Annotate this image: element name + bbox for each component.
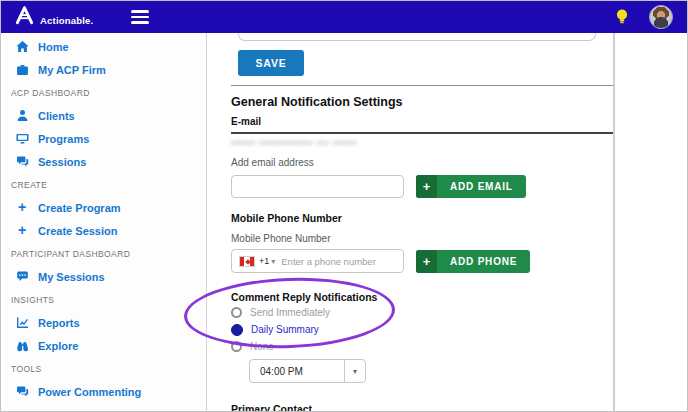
binoculars-icon [15, 339, 29, 352]
sidebar-item-label: Sessions [38, 156, 86, 168]
sidebar-item-label: My ACP Firm [38, 64, 106, 76]
app-window: Actionable. Home My ACP Firm ACP DASHBOA… [0, 0, 688, 412]
sidebar-item-home[interactable]: Home [1, 35, 206, 58]
menu-icon[interactable] [131, 10, 149, 24]
sidebar-item-power-commenting[interactable]: Power Commenting [1, 380, 206, 403]
home-icon [15, 40, 29, 53]
email-input[interactable] [231, 175, 404, 198]
plus-icon: + [15, 201, 29, 214]
phone-input-label: Mobile Phone Number [231, 233, 613, 244]
radio-option-none[interactable]: None [231, 339, 613, 354]
radio-icon[interactable] [231, 341, 242, 352]
sidebar-nav: Home My ACP Firm ACP DASHBOARD Clients P… [1, 33, 207, 411]
user-avatar[interactable] [649, 5, 673, 29]
chat-bubbles-icon [15, 155, 29, 168]
masked-email-row: •••••• ••••••••••••• ••• •••••• [231, 138, 613, 148]
chevron-down-icon[interactable]: ▾ [271, 257, 275, 266]
sidebar-item-label: Explore [38, 340, 78, 352]
sidebar-item-label: Reports [38, 317, 80, 329]
add-phone-button[interactable]: + ADD PHONE [416, 250, 530, 273]
sidebar-item-reports[interactable]: Reports [1, 311, 206, 334]
radio-option-send-immediately[interactable]: Send Immediately [231, 305, 613, 320]
plus-icon: + [416, 250, 437, 273]
sidebar-item-label: Power Commenting [38, 386, 141, 398]
header-actions [614, 5, 687, 29]
radio-selected-icon[interactable] [231, 324, 243, 336]
actionable-logo-icon [15, 4, 34, 26]
radio-option-daily-summary[interactable]: Daily Summary [231, 322, 613, 337]
sidebar-item-label: Home [38, 41, 69, 53]
primary-contact-heading: Primary Contact [231, 403, 613, 411]
sidebar-section-participant-dashboard: PARTICIPANT DASHBOARD [1, 242, 206, 265]
plus-icon: + [15, 224, 29, 237]
selected-time: 04:00 PM [250, 366, 344, 377]
top-navbar: Actionable. [1, 1, 687, 33]
divider [231, 85, 613, 86]
brand-logo[interactable]: Actionable. [15, 4, 93, 30]
chevron-down-icon[interactable]: ▾ [344, 360, 365, 382]
sidebar-item-sessions[interactable]: Sessions [1, 150, 206, 173]
sidebar-item-programs[interactable]: Programs [1, 127, 206, 150]
sidebar-section-acp-dashboard: ACP DASHBOARD [1, 81, 206, 104]
plus-icon: + [416, 175, 437, 198]
sidebar-item-clients[interactable]: Clients [1, 104, 206, 127]
chat-bubbles-icon [15, 385, 29, 398]
sidebar-item-label: My Sessions [38, 271, 105, 283]
country-code: +1 [259, 256, 269, 266]
sidebar-item-explore[interactable]: Explore [1, 334, 206, 357]
monitor-icon [15, 132, 29, 145]
page-title: General Notification Settings [231, 95, 613, 109]
sidebar-item-my-sessions[interactable]: My Sessions [1, 265, 206, 288]
briefcase-icon [15, 63, 29, 76]
add-email-button[interactable]: + ADD EMAIL [416, 175, 526, 198]
brand-name: Actionable. [40, 15, 93, 26]
sidebar-item-label: Clients [38, 110, 75, 122]
sidebar-item-label: Create Program [38, 202, 121, 214]
summary-time-select[interactable]: 04:00 PM ▾ [249, 359, 366, 383]
phone-input-group[interactable]: +1 ▾ [231, 249, 404, 273]
lightbulb-icon[interactable] [614, 8, 630, 26]
settings-panel: SAVE General Notification Settings E-mai… [208, 33, 615, 411]
sidebar-item-create-session[interactable]: + Create Session [1, 219, 206, 242]
person-icon [15, 109, 29, 122]
email-section-heading: E-mail [231, 116, 613, 127]
radio-icon[interactable] [231, 307, 242, 318]
canada-flag-icon [239, 256, 255, 267]
divider [231, 132, 613, 134]
sidebar-item-label: Programs [38, 133, 89, 145]
sidebar-section-insights: INSIGHTS [1, 288, 206, 311]
chart-icon [15, 316, 29, 329]
chat-bubble-icon [15, 270, 29, 283]
comment-reply-heading: Comment Reply Notifications [231, 291, 613, 303]
sidebar-section-tools: TOOLS [1, 357, 206, 380]
add-email-label: Add email address [231, 157, 613, 168]
phone-section-heading: Mobile Phone Number [231, 212, 613, 224]
clipped-input-field[interactable] [238, 33, 596, 41]
sidebar-item-create-program[interactable]: + Create Program [1, 196, 206, 219]
sidebar-section-create: CREATE [1, 173, 206, 196]
sidebar-item-label: Create Session [38, 225, 117, 237]
phone-number-input[interactable] [281, 256, 403, 267]
sidebar-item-my-acp-firm[interactable]: My ACP Firm [1, 58, 206, 81]
save-button[interactable]: SAVE [238, 50, 304, 76]
